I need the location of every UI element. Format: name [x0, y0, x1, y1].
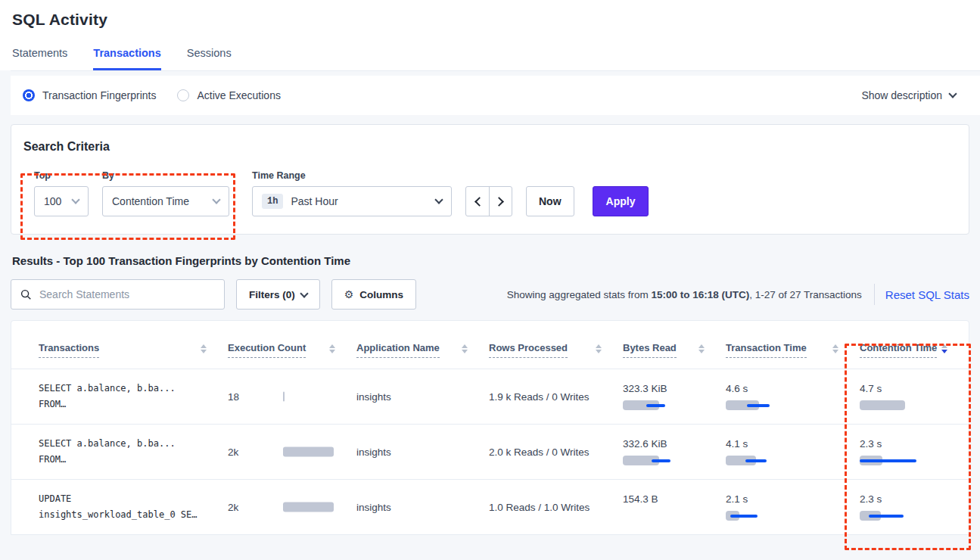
tab-transactions[interactable]: Transactions — [93, 47, 160, 70]
transaction-time-cell: 4.6 s — [726, 369, 860, 424]
chevron-down-icon — [300, 289, 308, 297]
bytes-read-bar — [623, 456, 714, 465]
time-back-button[interactable] — [466, 187, 489, 216]
transaction-time-bar — [726, 456, 817, 465]
bar-line — [730, 515, 758, 518]
filters-label: Filters (0) — [249, 289, 295, 300]
time-range-select[interactable]: 1h Past Hour — [252, 186, 452, 216]
results-heading: Results - Top 100 Transaction Fingerprin… — [12, 254, 969, 267]
transaction-time-cell: 2.1 s — [726, 480, 860, 534]
column-header-transaction-time[interactable]: Transaction Time — [726, 342, 860, 369]
results-toolbar: Filters (0) ⚙ Columns Showing aggregated… — [11, 279, 969, 310]
execution-count-cell: 2k — [228, 425, 356, 479]
table-row[interactable]: SELECT a.balance, b.ba... FROM… 2k insig… — [11, 424, 969, 479]
table-row[interactable]: SELECT a.balance, b.ba... FROM… 18 insig… — [11, 369, 969, 424]
transactions-table: Transactions Execution Count Application… — [11, 320, 969, 535]
bar-line — [747, 404, 770, 407]
sort-icon — [201, 344, 207, 353]
column-header-contention-time[interactable]: Contention Time — [860, 342, 969, 369]
top-select-value: 100 — [44, 195, 61, 207]
transaction-time-cell: 4.1 s — [726, 425, 860, 479]
transaction-fingerprint-link[interactable]: SELECT a.balance, b.ba... FROM… — [39, 425, 228, 479]
column-header-execution-count[interactable]: Execution Count — [228, 342, 356, 369]
time-range-badge: 1h — [262, 194, 283, 209]
chevron-down-icon — [212, 195, 220, 204]
time-forward-button[interactable] — [489, 187, 512, 216]
bar-line — [652, 459, 670, 462]
contention-time-bar — [860, 456, 950, 465]
radio-transaction-fingerprints[interactable]: Transaction Fingerprints — [23, 89, 156, 101]
transaction-time-bar — [726, 511, 817, 521]
bar-line — [646, 404, 665, 407]
by-select[interactable]: Contention Time — [102, 186, 229, 216]
contention-time-cell: 2.3 s — [860, 480, 969, 534]
toolbar-divider — [874, 284, 875, 305]
application-name-cell: insights — [356, 369, 489, 424]
radio-selected-icon — [23, 89, 35, 101]
radio-label: Transaction Fingerprints — [42, 89, 156, 101]
bar-line — [869, 515, 904, 518]
stats-range: 15:00 to 16:18 (UTC) — [651, 289, 749, 300]
time-step-buttons — [465, 186, 512, 216]
contention-time-bar — [860, 511, 950, 521]
search-statements-input[interactable] — [39, 288, 215, 300]
column-header-application-name[interactable]: Application Name — [356, 342, 489, 369]
search-criteria-heading: Search Criteria — [23, 140, 954, 154]
execution-count-bar — [283, 502, 334, 512]
chevron-down-icon — [948, 89, 957, 98]
transaction-fingerprint-link[interactable]: SELECT a.balance, b.ba... FROM… — [39, 369, 228, 424]
top-select[interactable]: 100 — [34, 186, 89, 216]
radio-label: Active Executions — [197, 89, 281, 101]
top-label: Top — [34, 170, 89, 181]
by-label: By — [102, 170, 229, 181]
search-criteria-card: Search Criteria Top 100 By Contention Ti… — [11, 124, 969, 235]
table-header-row: Transactions Execution Count Application… — [11, 321, 969, 369]
bytes-read-bar — [623, 400, 714, 410]
bar-line — [860, 459, 916, 462]
search-statements-box — [11, 279, 225, 310]
view-toggle-bar: Transaction Fingerprints Active Executio… — [11, 76, 980, 115]
sort-icon — [698, 344, 705, 353]
column-header-transactions[interactable]: Transactions — [39, 342, 228, 369]
filters-button[interactable]: Filters (0) — [236, 279, 320, 310]
column-header-rows-processed[interactable]: Rows Processed — [489, 342, 623, 369]
chevron-right-icon — [494, 197, 504, 207]
gear-icon: ⚙ — [344, 288, 354, 300]
execution-count-bar — [283, 447, 334, 457]
tab-statements[interactable]: Statements — [12, 47, 67, 70]
apply-button[interactable]: Apply — [593, 186, 649, 216]
stats-summary: Showing aggregated stats from 15:00 to 1… — [507, 289, 862, 300]
header-divider — [11, 70, 980, 71]
columns-label: Columns — [359, 289, 403, 300]
bar-track — [860, 400, 905, 410]
show-description-toggle[interactable]: Show description — [861, 89, 956, 101]
column-header-bytes-read[interactable]: Bytes Read — [623, 342, 726, 369]
time-range-value: Past Hour — [291, 195, 338, 207]
radio-active-executions[interactable]: Active Executions — [177, 89, 281, 101]
stats-prefix: Showing aggregated stats from — [507, 289, 652, 300]
execution-count-bar — [283, 392, 285, 402]
now-button[interactable]: Now — [526, 186, 574, 216]
reset-sql-stats-link[interactable]: Reset SQL Stats — [885, 288, 969, 301]
bytes-read-bar — [623, 511, 714, 521]
transaction-fingerprint-link[interactable]: UPDATE insights_workload_table_0 SE… — [39, 480, 228, 534]
rows-processed-cell: 1.9 k Reads / 0 Writes — [489, 369, 623, 424]
execution-count-cell: 2k — [228, 480, 356, 534]
by-select-value: Contention Time — [112, 195, 189, 207]
rows-processed-cell: 1.0 Reads / 1.0 Writes — [489, 480, 623, 534]
time-range-label: Time Range — [252, 170, 452, 181]
application-name-cell: insights — [356, 480, 489, 534]
search-icon — [20, 289, 32, 300]
execution-count-cell: 18 — [228, 369, 356, 424]
contention-time-cell: 2.3 s — [860, 425, 969, 479]
page-title: SQL Activity — [12, 11, 980, 29]
tab-sessions[interactable]: Sessions — [187, 47, 232, 70]
sort-icon — [596, 344, 602, 353]
bar-line — [745, 459, 767, 462]
table-row[interactable]: UPDATE insights_workload_table_0 SE… 2k … — [11, 479, 969, 534]
bytes-read-cell: 323.3 KiB — [623, 369, 726, 424]
application-name-cell: insights — [356, 425, 489, 479]
show-description-label: Show description — [861, 89, 942, 101]
columns-button[interactable]: ⚙ Columns — [331, 279, 416, 310]
stats-suffix: , 1-27 of 27 Transactions — [749, 289, 862, 300]
